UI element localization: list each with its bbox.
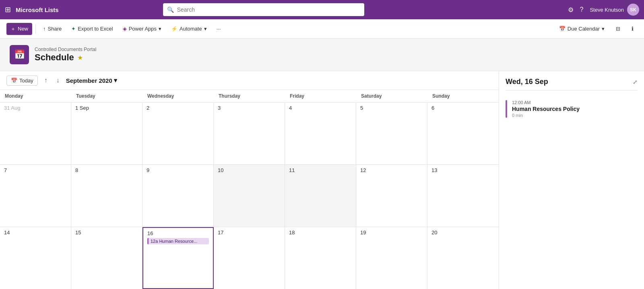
next-month-button[interactable]: ↓ (54, 75, 62, 86)
automate-button[interactable]: ⚡ Automate ▾ (167, 23, 211, 34)
day-sep13[interactable]: 13 (427, 165, 499, 227)
date-sep15: 15 (75, 230, 138, 236)
page-icon: 📅 (10, 45, 29, 64)
app-title: Microsoft Lists (16, 6, 59, 13)
event-details: 12:00 AM Human Resources Policy 0 min (512, 100, 638, 118)
month-title[interactable]: September 2020 ▾ (66, 77, 117, 84)
filter-button[interactable]: ⊟ (612, 23, 624, 34)
header-sunday: Sunday (427, 90, 499, 102)
event-title-label[interactable]: Human Resources Policy (512, 106, 638, 112)
day-sep15[interactable]: 15 (71, 227, 142, 289)
header-tuesday: Tuesday (71, 90, 142, 102)
event-time: 12a (151, 239, 158, 244)
day-sep9[interactable]: 9 (142, 165, 214, 227)
export-button[interactable]: ✦ Export to Excel (67, 23, 117, 34)
title-row: Schedule ★ (35, 52, 96, 63)
filter-icon: ⊟ (616, 26, 620, 32)
day-sep7[interactable]: 7 (0, 165, 71, 227)
date-sep6: 6 (431, 105, 495, 111)
calendar-chevron-icon: ▾ (602, 26, 605, 32)
search-input[interactable] (177, 6, 360, 13)
selected-date: Wed, 16 Sep (506, 78, 548, 86)
share-button[interactable]: ↑ Share (39, 23, 66, 34)
share-icon: ↑ (43, 26, 46, 32)
automate-chevron-icon: ▾ (204, 26, 207, 32)
excel-icon: ✦ (71, 26, 76, 32)
search-icon: 🔍 (167, 6, 174, 13)
event-hr-policy[interactable]: 12a Human Resource... (147, 238, 209, 244)
date-sep13: 13 (431, 167, 495, 173)
calendar-area: 📅 Today ↑ ↓ September 2020 ▾ Monday Tues… (0, 71, 499, 289)
nav-right: ⚙ ? Steve Knutson SK (568, 4, 639, 16)
settings-icon[interactable]: ⚙ (568, 6, 574, 14)
event-time-label: 12:00 AM (512, 100, 638, 105)
day-sep6[interactable]: 6 (427, 102, 499, 164)
day-sep5[interactable]: 5 (356, 102, 427, 164)
day-sep16[interactable]: 16 12a Human Resource... (142, 227, 214, 289)
day-sep19[interactable]: 19 (356, 227, 427, 289)
date-sep9: 9 (147, 167, 209, 173)
day-sep10[interactable]: 10 ＋ New (214, 165, 285, 227)
power-apps-button[interactable]: ◈ Power Apps ▾ (119, 23, 165, 34)
user-info[interactable]: Steve Knutson SK (590, 4, 639, 16)
event-duration-label: 0 min (512, 113, 638, 118)
date-sep20: 20 (431, 230, 495, 236)
date-sep14: 14 (4, 230, 67, 236)
day-sep11[interactable]: 11 (285, 165, 356, 227)
calendar-view-button[interactable]: 📅 Due Calendar ▾ (555, 23, 609, 34)
event-time-bar (506, 100, 507, 118)
date-sep17: 17 (218, 230, 281, 236)
week-row-1: 31 Aug 1 Sep 2 3 4 5 6 (0, 102, 499, 165)
info-button[interactable]: ℹ (627, 23, 638, 34)
header-saturday: Saturday (356, 90, 427, 102)
date-sep2: 2 (147, 105, 209, 111)
header-thursday: Thursday (214, 90, 285, 102)
right-panel-header: Wed, 16 Sep ⤢ (506, 78, 638, 90)
prev-month-button[interactable]: ↑ (42, 75, 50, 86)
plus-icon: ＋ (10, 25, 16, 33)
new-button[interactable]: ＋ New (6, 23, 32, 35)
today-button[interactable]: 📅 Today (6, 76, 38, 86)
day-sep2[interactable]: 2 (142, 102, 214, 164)
day-sep3[interactable]: 3 (214, 102, 285, 164)
header-wednesday: Wednesday (142, 90, 214, 102)
day-sep12[interactable]: 12 (356, 165, 427, 227)
page-header-text: Controlled Documents Portal Schedule ★ (35, 47, 96, 63)
day-sep17[interactable]: 17 (214, 227, 285, 289)
date-aug31: 31 Aug (4, 105, 67, 111)
event-item: 12:00 AM Human Resources Policy 0 min (506, 97, 638, 121)
top-navigation: ⊞ Microsoft Lists 🔍 ⚙ ? Steve Knutson SK (0, 0, 644, 19)
more-button[interactable]: ··· (213, 23, 225, 34)
week-row-2: 7 8 9 10 ＋ New 11 12 (0, 165, 499, 227)
calendar-page-icon: 📅 (14, 49, 25, 60)
automate-icon: ⚡ (171, 26, 178, 32)
date-sep16: 16 (147, 230, 209, 236)
calendar-header-row: Monday Tuesday Wednesday Thursday Friday… (0, 90, 499, 102)
expand-icon[interactable]: ⤢ (633, 79, 638, 85)
day-aug31[interactable]: 31 Aug (0, 102, 71, 164)
waffle-icon[interactable]: ⊞ (5, 5, 11, 14)
date-sep8: 8 (75, 167, 138, 173)
date-sep12: 12 (360, 167, 423, 173)
month-chevron-icon: ▾ (114, 77, 117, 84)
day-sep18[interactable]: 18 (285, 227, 356, 289)
date-sep11: 11 (289, 167, 352, 173)
day-sep8[interactable]: 8 (71, 165, 142, 227)
date-sep4: 4 (289, 105, 352, 111)
day-sep20[interactable]: 20 (427, 227, 499, 289)
favorite-star-icon[interactable]: ★ (77, 54, 83, 61)
date-sep7: 7 (4, 167, 67, 173)
user-name: Steve Knutson (590, 7, 624, 13)
day-sep1[interactable]: 1 Sep (71, 102, 142, 164)
day-sep14[interactable]: 14 (0, 227, 71, 289)
nav-left: ⊞ Microsoft Lists (5, 5, 59, 14)
day-sep4[interactable]: 4 (285, 102, 356, 164)
help-icon[interactable]: ? (580, 6, 584, 13)
search-bar[interactable]: 🔍 (163, 3, 364, 16)
toolbar-right: 📅 Due Calendar ▾ ⊟ ℹ (555, 23, 638, 34)
date-sep10: 10 ＋ New (218, 167, 281, 173)
page-header: 📅 Controlled Documents Portal Schedule ★ (0, 39, 644, 71)
header-monday: Monday (0, 90, 71, 102)
breadcrumb: Controlled Documents Portal (35, 47, 96, 52)
header-friday: Friday (285, 90, 356, 102)
